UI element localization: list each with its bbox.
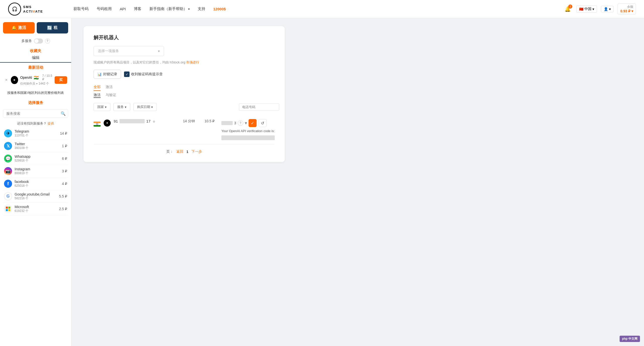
tabs-row: 全部 激活	[94, 84, 275, 91]
google-count: 582216 个	[15, 196, 59, 201]
balance-button[interactable]: 余额 0.93 ₽ ▾	[618, 4, 636, 14]
favorites-title[interactable]: 收藏夹	[0, 47, 71, 54]
service-item-google[interactable]: G Google,youtube,Gmail 582216 个 5.5 ₽	[3, 190, 68, 203]
phone-prefix: 91	[114, 119, 118, 123]
pagination-back[interactable]: 返回	[176, 149, 183, 154]
svg-rect-0	[6, 207, 8, 209]
instagram-price: 3 ₽	[62, 169, 67, 173]
record-phone-col: 91 xxxxxxxx 17 ⊕	[114, 119, 177, 124]
pagination-next[interactable]: 下一步	[191, 149, 202, 154]
php-badge: php 中文网	[620, 336, 640, 342]
telegram-logo: ✈	[4, 129, 12, 137]
instagram-logo: 📷	[4, 167, 12, 175]
lang-chevron: ▾	[592, 7, 594, 11]
rent-button[interactable]: 🔄 租	[37, 22, 68, 33]
market-link[interactable]: 市场进行	[186, 60, 199, 64]
service-item-twitter[interactable]: 𝕏 Twitter 393109 个 1 ₽	[3, 140, 68, 152]
nav-blog[interactable]: 博客	[134, 7, 141, 11]
nav-promo[interactable]: 12000$	[213, 7, 226, 11]
code-help-button[interactable]: ?	[238, 120, 243, 126]
verify-sound-button[interactable]: ✓ 收到验证码有提示音	[124, 71, 163, 77]
sub-tabs-row: 激活 与验证	[94, 93, 275, 98]
phone-suffix: 17	[146, 119, 151, 123]
balance-label: 余额	[627, 5, 633, 9]
nav-support[interactable]: 支持	[198, 7, 205, 11]
service-item-microsoft[interactable]: Microsoft 619232 个 2.5 ₽	[3, 203, 68, 215]
lock-records-button[interactable]: 📊 封锁记录	[94, 70, 121, 79]
price-list-link[interactable]: 按服务和国家/地区列出的完整价格列表	[0, 88, 71, 98]
recent-item-name: OpenAI	[20, 75, 32, 80]
activate-button[interactable]: 🔔 激活	[3, 22, 35, 33]
record-service-icon: ✦	[104, 120, 111, 127]
toggle-knob	[34, 39, 38, 43]
copy-icon[interactable]: ⊕	[153, 120, 155, 123]
submit-service-link[interactable]: 提供	[48, 122, 54, 125]
google-name: Google,youtube,Gmail	[15, 192, 50, 196]
refresh-button[interactable]: ↺	[259, 119, 267, 127]
microsoft-name: Microsoft	[15, 205, 29, 209]
nav-guide[interactable]: 新手指南（新手帮助）	[149, 7, 189, 11]
confirm-button[interactable]: ✓	[249, 119, 257, 127]
facebook-price: 4 ₽	[62, 182, 67, 186]
service-select-row: 选择一项服务 ▾	[94, 46, 275, 56]
facebook-logo: f	[4, 180, 12, 188]
date-filter[interactable]: 购买日期 ▾	[133, 103, 157, 111]
microsoft-count: 619232 个	[15, 209, 59, 213]
search-box: 🔍	[3, 109, 68, 118]
search-icon[interactable]: 🔍	[61, 111, 66, 116]
help-button[interactable]: ?	[45, 39, 50, 44]
nav-api[interactable]: API	[120, 7, 126, 11]
action-buttons: ✓ ↺	[249, 119, 267, 127]
logo: 🎧 SMS ACTIVATE	[8, 3, 53, 16]
toolbar-row: 📊 封锁记录 ✓ 收到验证码有提示音	[94, 70, 275, 79]
multi-service-row: 多服务 ?	[0, 37, 71, 47]
service-item-whatsapp[interactable]: 💬 Whatsapp 529916 个 6 ₽	[3, 152, 68, 165]
google-price: 5.5 ₽	[59, 194, 67, 198]
api-message: Your OpenAI API verification code is:	[221, 129, 275, 133]
service-filter[interactable]: 服务 ▾	[113, 103, 130, 111]
google-logo: G	[4, 192, 12, 200]
main-nav: 获取号码 号码租用 API 博客 新手指南（新手帮助） 支持 12000$	[73, 7, 563, 11]
instagram-name: Instagram	[15, 167, 30, 171]
date-filter-chevron: ▾	[151, 105, 153, 109]
nav-get-number[interactable]: 获取号码	[73, 7, 89, 11]
recent-close-button[interactable]: ×	[4, 78, 9, 83]
nav-rent-number[interactable]: 号码租用	[97, 7, 112, 11]
sub-tab-activate[interactable]: 激活	[94, 93, 101, 98]
page-label: 页：	[166, 149, 173, 154]
recent-item-operator: 任何操作员	[20, 82, 35, 86]
recent-buy-button[interactable]: 买	[55, 76, 67, 84]
tab-all[interactable]: 全部	[94, 84, 101, 91]
multi-service-toggle[interactable]	[34, 39, 43, 44]
header: 🎧 SMS ACTIVATE 获取号码 号码租用 API 博客 新手指南（新手帮…	[0, 0, 644, 18]
telegram-price: 14 ₽	[60, 131, 67, 135]
recent-item: × ✦ OpenAI 🇮🇳 7 / 10.5 ₽ 任何操作员 ▾ 1442 个 …	[0, 72, 71, 88]
select-service-title: 选择服务	[0, 98, 71, 107]
phone-search-input[interactable]	[239, 103, 279, 111]
record-time: 14 分钟	[180, 119, 198, 124]
notification-bell[interactable]: 🔔 1	[563, 5, 572, 14]
user-menu[interactable]: 👤 ▾	[601, 6, 614, 12]
twitter-name: Twitter	[15, 142, 25, 146]
microsoft-price: 2.5 ₽	[59, 207, 67, 211]
service-item-facebook[interactable]: f facebook 625018 个 4 ₽	[3, 178, 68, 190]
edit-link[interactable]: 编辑	[0, 54, 71, 63]
service-list: ✈ Telegram 113701 个 14 ₽ 𝕏 Twitter 39310…	[0, 127, 71, 215]
balance-chevron: ▾	[631, 9, 633, 13]
service-item-instagram[interactable]: 📷 Instagram 800819 个 3 ₽	[3, 165, 68, 178]
service-filter-chevron: ▾	[125, 105, 127, 109]
instagram-count: 800819 个	[15, 171, 62, 175]
service-item-telegram[interactable]: ✈ Telegram 113701 个 14 ₽	[3, 127, 68, 140]
expand-button[interactable]: ▾	[245, 120, 247, 126]
filter-row: 国家 ▾ 服务 ▾ 购买日期 ▾	[94, 103, 275, 111]
recent-title: 最新活动	[0, 63, 71, 72]
record-code-area: xxx 3 ? ▾ ✓ ↺ Your OpenAI API verificati…	[221, 119, 275, 140]
service-dropdown[interactable]: 选择一项服务 ▾	[94, 46, 164, 56]
service-search-input[interactable]	[3, 109, 68, 118]
sub-tab-verify[interactable]: 与验证	[106, 93, 116, 98]
whatsapp-logo: 💬	[4, 155, 12, 163]
tab-activate[interactable]: 激活	[106, 84, 113, 91]
country-filter[interactable]: 国家 ▾	[94, 103, 110, 111]
language-selector[interactable]: 🇨🇳 中国 ▾	[576, 6, 597, 13]
pagination: 页： 返回 1 下一步	[94, 144, 275, 154]
